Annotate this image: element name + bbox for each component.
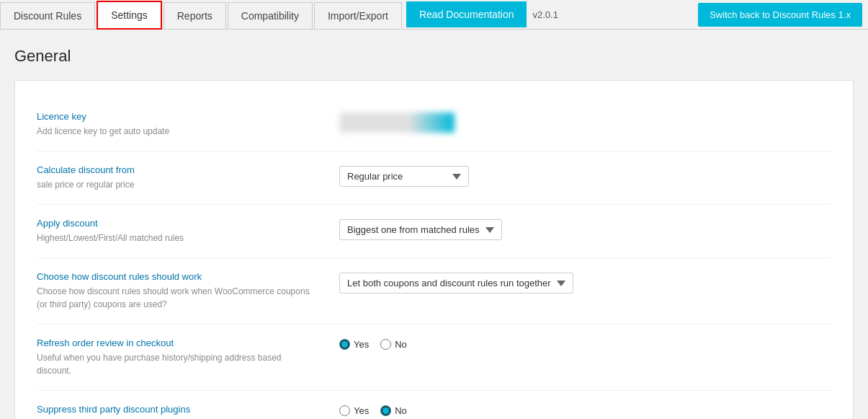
setting-row-refresh-order: Refresh order review in checkout Useful …	[37, 325, 831, 391]
suppress-plugins-control[interactable]: Yes No	[339, 404, 831, 416]
suppress-plugins-yes-text: Yes	[354, 405, 369, 416]
setting-row-apply-discount: Apply discount Highest/Lowest/First/All …	[37, 205, 831, 258]
main-content: General Licence key Add licence key to g…	[0, 30, 868, 419]
licence-blurred-value	[339, 113, 455, 133]
refresh-order-desc: Useful when you have purchase history/sh…	[37, 351, 318, 377]
version-label: v2.0.1	[532, 9, 558, 20]
suppress-plugins-yes-label[interactable]: Yes	[339, 405, 369, 416]
setting-label-col-apply: Apply discount Highest/Lowest/First/All …	[37, 218, 339, 244]
licence-key-control	[339, 111, 831, 133]
settings-card: Licence key Add licence key to get auto …	[14, 80, 854, 419]
refresh-order-radio-group: Yes No	[339, 339, 407, 350]
refresh-order-yes-text: Yes	[354, 339, 369, 350]
suppress-plugins-no-text: No	[395, 405, 407, 416]
suppress-plugins-radio-group: Yes No	[339, 405, 407, 416]
choose-discount-select[interactable]: Let both coupons and discount rules run …	[339, 273, 573, 294]
tab-settings[interactable]: Settings	[97, 1, 162, 30]
refresh-order-label: Refresh order review in checkout	[37, 338, 318, 348]
page-title: General	[14, 47, 854, 66]
apply-discount-control[interactable]: Biggest one from matched rules Highest d…	[339, 218, 831, 240]
setting-label-col-licence: Licence key Add licence key to get auto …	[37, 111, 339, 138]
calculate-discount-desc: sale price or regular price	[37, 178, 318, 191]
calculate-discount-label: Calculate discount from	[37, 164, 318, 175]
refresh-order-no-radio[interactable]	[380, 339, 391, 350]
refresh-order-control[interactable]: Yes No	[339, 338, 831, 350]
suppress-plugins-label: Suppress third party discount plugins	[37, 404, 318, 415]
tab-discount-rules[interactable]: Discount Rules	[0, 2, 95, 29]
tab-bar: Discount Rules Settings Reports Compatib…	[0, 0, 868, 30]
setting-label-col-choose: Choose how discount rules should work Ch…	[37, 271, 339, 311]
choose-discount-control[interactable]: Let both coupons and discount rules run …	[339, 271, 831, 294]
apply-discount-desc: Highest/Lowest/First/All matched rules	[37, 231, 318, 244]
suppress-plugins-no-radio[interactable]	[380, 405, 391, 416]
apply-discount-select[interactable]: Biggest one from matched rules Highest d…	[339, 219, 502, 240]
refresh-order-yes-label[interactable]: Yes	[339, 339, 369, 350]
licence-key-desc: Add licence key to get auto update	[37, 125, 318, 138]
setting-row-choose-discount: Choose how discount rules should work Ch…	[37, 258, 831, 325]
tab-reports[interactable]: Reports	[164, 2, 226, 29]
apply-discount-label: Apply discount	[37, 218, 318, 229]
choose-discount-label: Choose how discount rules should work	[37, 271, 318, 282]
setting-row-suppress-plugins: Suppress third party discount plugins su…	[37, 391, 831, 419]
tab-compatibility[interactable]: Compatibility	[228, 2, 313, 29]
setting-label-col-refresh: Refresh order review in checkout Useful …	[37, 338, 339, 377]
setting-label-col-suppress: Suppress third party discount plugins su…	[37, 404, 339, 419]
licence-key-area	[339, 113, 455, 133]
setting-row-licence-key: Licence key Add licence key to get auto …	[37, 98, 831, 151]
setting-label-col-calculate: Calculate discount from sale price or re…	[37, 164, 339, 191]
read-docs-button[interactable]: Read Documentation	[406, 1, 527, 27]
suppress-plugins-no-label[interactable]: No	[380, 405, 407, 416]
tab-import-export[interactable]: Import/Export	[314, 2, 402, 29]
calculate-discount-select[interactable]: Regular price Sale price	[339, 166, 469, 187]
refresh-order-yes-radio[interactable]	[339, 339, 350, 350]
refresh-order-no-text: No	[395, 339, 407, 350]
switch-back-button[interactable]: Switch back to Discount Rules 1.x	[698, 3, 862, 27]
suppress-plugins-yes-radio[interactable]	[339, 405, 350, 416]
setting-row-calculate-discount: Calculate discount from sale price or re…	[37, 151, 831, 205]
refresh-order-no-label[interactable]: No	[380, 339, 407, 350]
calculate-discount-control[interactable]: Regular price Sale price	[339, 164, 831, 187]
licence-key-label: Licence key	[37, 111, 318, 122]
choose-discount-desc: Choose how discount rules should work wh…	[37, 285, 318, 311]
